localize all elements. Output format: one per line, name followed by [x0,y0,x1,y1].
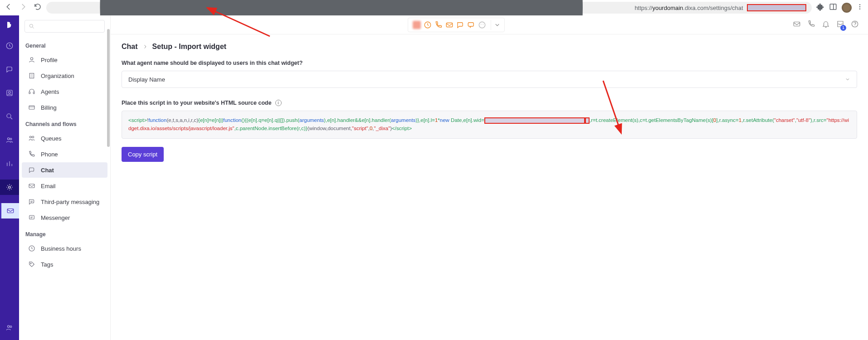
svg-point-13 [9,186,11,189]
group-manage: Manage [19,226,110,240]
script-code-box[interactable]: <script>!function(e,t,s,a,n,i,r,c){e[n]=… [122,111,857,139]
svg-point-5 [859,8,860,9]
top-bell-icon[interactable] [822,20,830,30]
top-phone-icon[interactable] [807,20,815,30]
extensions-icon[interactable] [816,3,824,13]
svg-point-6 [10,23,11,24]
svg-rect-26 [29,215,34,219]
svg-rect-25 [29,184,34,188]
sidebar-item-billing[interactable]: Billing [22,100,107,115]
phone-icon [28,151,35,158]
breadcrumb-root[interactable]: Chat [122,43,138,51]
profile-avatar[interactable] [842,3,852,13]
email-icon [28,182,35,189]
chevron-right-icon [142,44,148,49]
svg-point-33 [483,24,484,24]
status-chat-icon[interactable] [455,20,465,30]
svg-rect-22 [29,106,34,109]
sidebar-item-third-party[interactable]: Third-party messaging [22,194,107,209]
top-inbox-icon[interactable]: 1 [836,20,844,30]
browser-forward-icon[interactable] [19,3,27,13]
sidebar-item-messenger[interactable]: Messenger [22,210,107,225]
rail-item-settings[interactable] [0,180,19,195]
status-clock-icon[interactable] [423,20,433,30]
rail-item-dashboard[interactable] [0,38,19,53]
topbar: 1 [111,15,868,34]
sidebar-item-agents[interactable]: Agents [22,84,107,99]
svg-point-32 [481,24,482,24]
user-icon [28,56,35,63]
browser-chrome: https://yourdomain.dixa.com/settings/cha… [0,0,868,15]
status-phone-icon[interactable] [434,20,444,30]
svg-rect-21 [33,92,34,94]
rail-item-team[interactable] [0,320,19,335]
svg-point-10 [7,114,11,118]
sidebar-item-tags[interactable]: Tags [22,257,107,272]
svg-rect-30 [446,23,453,27]
sidebar-item-chat[interactable]: Chat [22,162,107,178]
wid-redacted [484,117,585,124]
sidebar-search-input[interactable] [24,20,105,33]
url-bar[interactable]: https://yourdomain.dixa.com/settings/cha… [46,2,812,14]
card-icon [28,104,35,111]
rail-item-inbox[interactable] [0,203,19,219]
messenger-icon [28,214,35,221]
chat-icon [28,166,35,174]
channel-status-pills [408,18,505,32]
status-blurred [412,20,422,30]
svg-point-11 [8,138,10,140]
info-icon[interactable]: i [275,100,282,106]
rail-item-analytics[interactable] [0,156,19,171]
copy-script-button[interactable]: Copy script [122,147,164,162]
sidebar-scrollbar[interactable] [107,15,110,340]
group-general: General [19,37,110,52]
svg-point-3 [859,4,860,5]
breadcrumb: Chat Setup - Import widget [122,43,857,51]
browser-reload-icon[interactable] [34,3,42,13]
settings-sidebar: General Profile Organization Agents Bill… [19,15,111,340]
group-channels: Channels and flows [19,116,110,130]
queue-icon [28,135,35,142]
top-help-icon[interactable] [851,20,859,30]
rail-item-people[interactable] [0,132,19,148]
status-email-icon[interactable] [444,20,454,30]
svg-point-15 [8,325,10,328]
sidebar-item-business-hours[interactable]: Business hours [22,241,107,256]
agent-name-select[interactable]: Display Name [122,71,857,88]
sidebar-item-organization[interactable]: Organization [22,68,107,83]
chevron-down-icon [845,77,850,82]
sidebar-item-queues[interactable]: Queues [22,131,107,146]
building-icon [28,72,35,79]
clock-icon [28,245,35,252]
panel-icon[interactable] [829,3,837,13]
svg-point-17 [29,24,33,27]
sidebar-item-email[interactable]: Email [22,178,107,194]
svg-point-24 [32,136,34,138]
nav-rail [0,15,19,340]
svg-point-9 [9,91,11,93]
app-logo[interactable] [5,20,15,30]
main-area: 1 Chat Setup - Import widget What agent … [111,15,868,340]
url-redacted [747,4,806,11]
script-label: Place this script in to your website's H… [122,100,272,106]
browser-menu-icon[interactable] [856,3,863,12]
svg-point-23 [29,136,31,138]
top-email-icon[interactable] [793,20,801,30]
svg-point-28 [30,263,31,264]
rail-item-conversations[interactable] [0,62,19,77]
status-messenger-icon[interactable] [466,20,476,30]
svg-point-31 [479,22,485,28]
agent-name-label: What agent name should be displayed to u… [122,60,857,66]
svg-rect-20 [29,92,30,94]
sidebar-item-profile[interactable]: Profile [22,52,107,68]
search-icon [29,23,35,29]
svg-point-36 [854,25,855,26]
svg-rect-34 [794,22,800,26]
status-globe-icon[interactable] [477,20,487,30]
svg-point-12 [10,138,12,140]
rail-item-search[interactable] [0,109,19,124]
status-dropdown[interactable] [491,20,501,30]
rail-item-contacts[interactable] [0,85,19,101]
browser-back-icon[interactable] [5,3,13,13]
sidebar-item-phone[interactable]: Phone [22,146,107,162]
